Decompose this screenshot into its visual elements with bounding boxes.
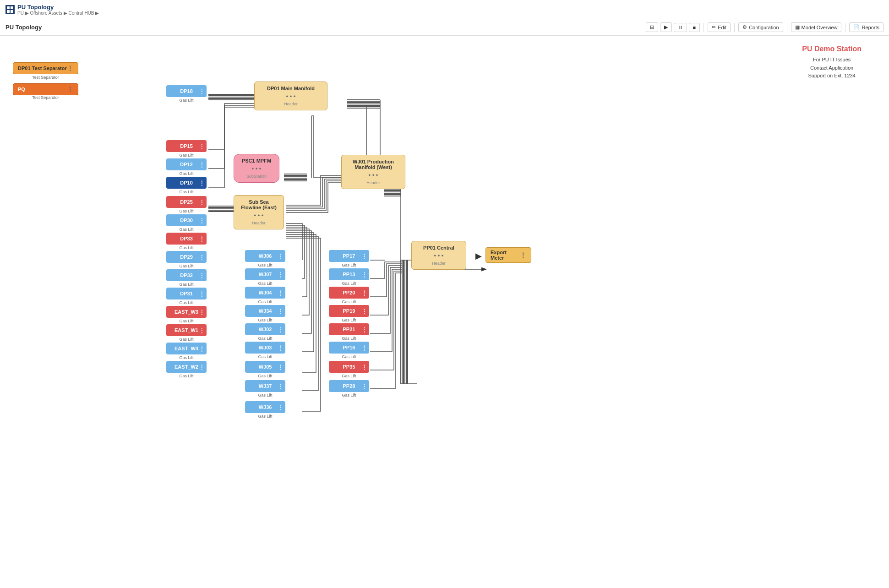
grid-view-button[interactable]: ⊞	[646, 22, 658, 32]
node-dp10: DP10 ⋮ Gas Lift	[166, 177, 207, 194]
pp16-label: Gas Lift	[342, 354, 356, 359]
dp32-box[interactable]: DP32 ⋮	[166, 269, 207, 281]
dp31-menu[interactable]: ⋮	[199, 290, 205, 297]
dp25-menu[interactable]: ⋮	[199, 199, 205, 206]
export-meter-box[interactable]: Export Meter ⋮	[485, 247, 531, 263]
demo-station-info: PU Demo Station For PU IT Issues Contact…	[802, 45, 862, 80]
dp18-menu[interactable]: ⋮	[199, 88, 205, 95]
breadcrumb: PU ▶ Offshore Assets ▶ Central HUB ▶	[17, 11, 99, 16]
dp31-label: Gas Lift	[179, 300, 193, 305]
edit-button[interactable]: ✏ Edit	[708, 22, 731, 32]
east-w4-menu[interactable]: ⋮	[199, 345, 205, 352]
wj04-box[interactable]: WJ04 ⋮	[245, 287, 285, 299]
pp17-box[interactable]: PP17 ⋮	[329, 250, 369, 262]
node-wj37: WJ37 ⋮ Gas Lift	[245, 380, 285, 397]
wj34-menu[interactable]: ⋮	[278, 308, 284, 315]
pp01-dots[interactable]: • • •	[417, 252, 460, 259]
pq-menu[interactable]: ⋮	[67, 86, 73, 93]
pp28-box[interactable]: PP28 ⋮	[329, 380, 369, 392]
dp12-menu[interactable]: ⋮	[199, 161, 205, 168]
pp13-menu[interactable]: ⋮	[361, 271, 367, 278]
dp01-manifold-dots[interactable]: • • •	[260, 93, 322, 100]
pp17-menu[interactable]: ⋮	[361, 253, 367, 260]
east-w1-box[interactable]: EAST_W1 ⋮	[166, 324, 207, 336]
dp18-box[interactable]: DP18 ⋮	[166, 85, 207, 97]
pp28-menu[interactable]: ⋮	[361, 383, 367, 390]
wj03-box[interactable]: WJ03 ⋮	[245, 342, 285, 354]
wj06-menu[interactable]: ⋮	[278, 253, 284, 260]
wj01-dots[interactable]: • • •	[347, 172, 399, 179]
wj06-box[interactable]: WJ06 ⋮	[245, 250, 285, 262]
node-wj04: WJ04 ⋮ Gas Lift	[245, 287, 285, 304]
dp30-box[interactable]: DP30 ⋮	[166, 214, 207, 226]
dp29-menu[interactable]: ⋮	[199, 254, 205, 261]
wj37-menu[interactable]: ⋮	[278, 383, 284, 390]
pause-button[interactable]: ⏸	[674, 23, 687, 32]
pp21-box[interactable]: PP21 ⋮	[329, 323, 369, 335]
wj03-menu[interactable]: ⋮	[278, 344, 284, 351]
dp25-box[interactable]: DP25 ⋮	[166, 196, 207, 208]
psc1-dots[interactable]: • • •	[240, 165, 273, 172]
dp01-main-manifold[interactable]: DP01 Main Manifold • • • Header	[254, 82, 327, 110]
wj37-box[interactable]: WJ37 ⋮	[245, 380, 285, 392]
wj04-menu[interactable]: ⋮	[278, 289, 284, 296]
pp19-menu[interactable]: ⋮	[361, 308, 367, 315]
psc1-mpfm[interactable]: PSC1 MPFM • • • SubStation	[234, 154, 279, 183]
dp31-box[interactable]: DP31 ⋮	[166, 288, 207, 299]
wj36-box[interactable]: WJ36 ⋮	[245, 401, 285, 413]
east-w1-menu[interactable]: ⋮	[199, 327, 205, 334]
pp13-box[interactable]: PP13 ⋮	[329, 268, 369, 280]
wj05-menu[interactable]: ⋮	[278, 364, 284, 370]
pq-box[interactable]: PQ ⋮	[13, 83, 78, 95]
reports-button[interactable]: 📄 Reports	[849, 22, 884, 32]
sub-sea-dots[interactable]: • • •	[240, 212, 278, 219]
sub-sea-flowline[interactable]: Sub Sea Flowline (East) • • • Header	[234, 195, 284, 229]
wj07-box[interactable]: WJ07 ⋮	[245, 268, 285, 280]
stop-button[interactable]: ■	[689, 23, 700, 32]
pp20-menu[interactable]: ⋮	[361, 289, 367, 296]
dp01-test-separator-menu[interactable]: ⋮	[67, 65, 73, 72]
wj07-menu[interactable]: ⋮	[278, 271, 284, 278]
configuration-button[interactable]: ⚙ Configuration	[738, 22, 783, 32]
pp01-central[interactable]: PP01 Central • • • Header	[411, 241, 466, 270]
pp16-menu[interactable]: ⋮	[361, 344, 367, 351]
wj36-menu[interactable]: ⋮	[278, 404, 284, 411]
secondary-toolbar: PU Topology ⊞ ▶ ⏸ ■ ✏ Edit ⚙ Configurati…	[0, 19, 889, 36]
east-w2-menu[interactable]: ⋮	[199, 364, 205, 370]
dp15-menu[interactable]: ⋮	[199, 143, 205, 150]
pp20-box[interactable]: PP20 ⋮	[329, 287, 369, 299]
report-icon: 📄	[853, 24, 860, 30]
dp32-menu[interactable]: ⋮	[199, 272, 205, 279]
pp35-menu[interactable]: ⋮	[361, 364, 367, 370]
wj01-label: Header	[347, 180, 399, 185]
dp12-box[interactable]: DP12 ⋮	[166, 158, 207, 170]
dp10-menu[interactable]: ⋮	[199, 180, 205, 186]
east-w3-box[interactable]: EAST_W3 ⋮	[166, 306, 207, 318]
pp19-box[interactable]: PP19 ⋮	[329, 305, 369, 317]
wj01-production-manifold[interactable]: WJ01 Production Manifold (West) • • • He…	[341, 155, 405, 189]
export-meter-menu[interactable]: ⋮	[520, 251, 526, 259]
east-w2-label: Gas Lift	[179, 374, 193, 378]
dp33-box[interactable]: DP33 ⋮	[166, 233, 207, 245]
east-w2-box[interactable]: EAST_W2 ⋮	[166, 361, 207, 373]
wj02-box[interactable]: WJ02 ⋮	[245, 323, 285, 335]
dp15-box[interactable]: DP15 ⋮	[166, 140, 207, 152]
dp33-menu[interactable]: ⋮	[199, 235, 205, 242]
wj02-menu[interactable]: ⋮	[278, 326, 284, 333]
wj34-box[interactable]: WJ34 ⋮	[245, 305, 285, 317]
pp35-box[interactable]: PP35 ⋮	[329, 361, 369, 373]
pp17-label: Gas Lift	[342, 263, 356, 267]
dp01-test-separator-box[interactable]: DP01 Test Separator ⋮	[13, 62, 78, 74]
pp21-menu[interactable]: ⋮	[361, 326, 367, 333]
dp10-box[interactable]: DP10 ⋮	[166, 177, 207, 189]
east-w4-label: Gas Lift	[179, 355, 193, 360]
dp30-menu[interactable]: ⋮	[199, 217, 205, 224]
model-overview-button[interactable]: ▦ Model Overview	[791, 22, 842, 32]
east-w3-menu[interactable]: ⋮	[199, 309, 205, 316]
wj05-box[interactable]: WJ05 ⋮	[245, 361, 285, 373]
node-wj36: WJ36 ⋮ Gas Lift	[245, 401, 285, 419]
pp16-box[interactable]: PP16 ⋮	[329, 342, 369, 354]
dp29-box[interactable]: DP29 ⋮	[166, 251, 207, 263]
play-button[interactable]: ▶	[660, 22, 672, 32]
east-w4-box[interactable]: EAST_W4 ⋮	[166, 343, 207, 354]
